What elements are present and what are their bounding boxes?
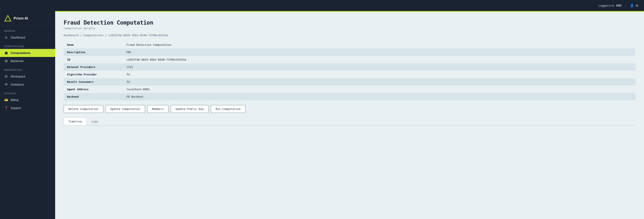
- detail-label: ID: [64, 56, 123, 63]
- detail-label: Description: [64, 48, 123, 56]
- table-row: DescriptionFDC: [64, 48, 636, 56]
- sidebar-logo: Prism AI: [0, 11, 55, 26]
- details-table: NameFraud Detection ComputationDescripti…: [64, 41, 636, 100]
- logged-in-label: Logged-in to:: [598, 4, 615, 7]
- action-buttons: Delete Computation Update Computation Me…: [64, 105, 636, 113]
- dashboard-icon: ⊙: [4, 35, 8, 39]
- sidebar-section-account: ACCOUNT 💳 Billing ❓ Support: [0, 89, 55, 112]
- run-computation-button[interactable]: Run Computation: [211, 105, 246, 113]
- detail-value: c2025f46-b025-45b2-9540-73f96c93333a: [123, 56, 636, 63]
- section-label-computations: COMPUTATIONS: [0, 41, 55, 49]
- table-row: Dataset Providers[fd]: [64, 63, 636, 71]
- detail-value: FD Backend: [123, 93, 636, 100]
- update-public-key-button[interactable]: Update Public Key: [171, 105, 209, 113]
- table-row: IDc2025f46-b025-45b2-9540-73f96c93333a: [64, 56, 636, 63]
- table-row: Agent Addresslocalhost:6001: [64, 86, 636, 93]
- section-label-workspaces: WORKSPACES: [0, 65, 55, 72]
- detail-value: [fd]: [123, 63, 636, 71]
- sidebar-item-workspace[interactable]: ⊟ Workspace: [0, 72, 55, 80]
- page-title: Fraud Detection Computation: [64, 19, 636, 26]
- detail-label: Name: [64, 41, 123, 48]
- breadcrumb-sep1: /: [80, 34, 84, 37]
- workspace-icon: ⊟: [4, 75, 8, 78]
- billing-icon: 💳: [4, 98, 8, 102]
- table-row: BackendFD Backend: [64, 93, 636, 100]
- section-label-account: ACCOUNT: [0, 89, 55, 96]
- breadcrumb-sep2: /: [105, 34, 108, 37]
- members-button[interactable]: Members: [147, 105, 169, 113]
- update-computation-button[interactable]: Update Computation: [106, 105, 145, 113]
- sidebar: Prism AI MANAGE ⊙ Dashboard COMPUTATIONS…: [0, 11, 55, 219]
- detail-value: FDC: [123, 48, 636, 56]
- detail-value: fd: [123, 71, 636, 78]
- sidebar-item-invitations[interactable]: ✉ Invitations: [0, 80, 55, 89]
- breadcrumb-computations[interactable]: Computations: [84, 34, 104, 37]
- detail-label: Agent Address: [64, 86, 123, 93]
- sidebar-item-billing[interactable]: 💳 Billing: [0, 96, 55, 104]
- breadcrumb-dashboard[interactable]: Dashboard: [64, 34, 78, 37]
- delete-computation-button[interactable]: Delete Computation: [64, 105, 103, 113]
- sidebar-section-computations: COMPUTATIONS ▦ Computations ⊞ Backends: [0, 41, 55, 65]
- table-row: Algorithm Providerfd: [64, 71, 636, 78]
- section-label-manage: MANAGE: [0, 26, 55, 33]
- table-row: Result Consumersfd: [64, 78, 636, 86]
- sidebar-item-label: Backends: [10, 59, 24, 63]
- detail-label: Backend: [64, 93, 123, 100]
- org-name: FDT: [616, 4, 622, 7]
- sidebar-item-dashboard[interactable]: ⊙ Dashboard: [0, 33, 55, 41]
- top-accent-bar: [55, 11, 644, 12]
- sidebar-item-label: Dashboard: [10, 36, 25, 39]
- topbar: Logged-in to: FDT | 👤 fd: [0, 0, 644, 11]
- sidebar-item-label: Workspace: [10, 75, 26, 78]
- detail-value: Fraud Detection Computation: [123, 41, 636, 48]
- table-row: NameFraud Detection Computation: [64, 41, 636, 48]
- detail-label: Dataset Providers: [64, 63, 123, 71]
- sidebar-item-computations[interactable]: ▦ Computations: [0, 49, 55, 57]
- sidebar-section-workspaces: WORKSPACES ⊟ Workspace ✉ Invitations: [0, 65, 55, 89]
- sidebar-item-label: Invitations: [10, 83, 24, 86]
- sidebar-item-support[interactable]: ❓ Support: [0, 104, 55, 112]
- support-icon: ❓: [4, 106, 8, 110]
- logo-text: Prism AI: [14, 16, 28, 20]
- detail-label: Algorithm Provider: [64, 71, 123, 78]
- topbar-user-info: Logged-in to: FDT | 👤 fd: [598, 3, 638, 7]
- username: fd: [636, 4, 638, 7]
- detail-value: fd: [123, 78, 636, 86]
- invitations-icon: ✉: [4, 83, 8, 86]
- breadcrumb-id: c2025f46-b025-45b2-9540-73f96c93333a: [108, 34, 168, 37]
- main-content: Fraud Detection Computation Computation …: [55, 12, 644, 219]
- tab-logs[interactable]: Logs: [87, 118, 103, 125]
- detail-label: Result Consumers: [64, 78, 123, 86]
- prism-logo-icon: [4, 15, 12, 22]
- tabs-row: Timeline Logs: [64, 118, 636, 125]
- sidebar-item-label: Support: [10, 106, 21, 110]
- breadcrumb: Dashboard / Computations / c2025f46-b025…: [64, 34, 636, 37]
- tab-timeline[interactable]: Timeline: [64, 118, 87, 125]
- sidebar-item-label: Computations: [10, 51, 30, 55]
- sidebar-item-label: Billing: [10, 98, 18, 102]
- page-subtitle: Computation Details: [64, 27, 636, 30]
- computations-icon: ▦: [4, 51, 8, 55]
- sidebar-item-backends[interactable]: ⊞ Backends: [0, 57, 55, 65]
- user-icon: 👤: [630, 3, 634, 7]
- detail-value: localhost:6001: [123, 86, 636, 93]
- backends-icon: ⊞: [4, 59, 8, 63]
- sidebar-section-manage: MANAGE ⊙ Dashboard: [0, 26, 55, 41]
- topbar-divider: |: [626, 4, 626, 7]
